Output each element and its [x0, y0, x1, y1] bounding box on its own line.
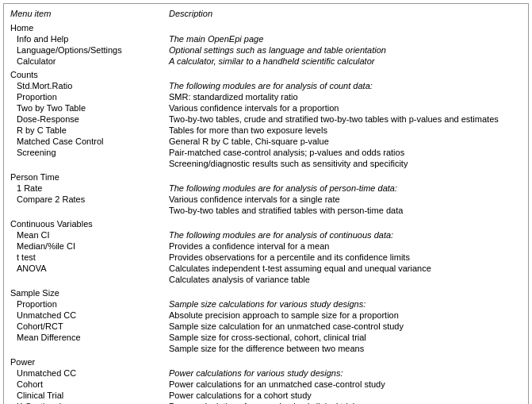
- desc-cell: Tables for more than two exposure levels: [166, 125, 525, 136]
- menu-cell: Matched Case Control: [7, 136, 166, 147]
- menu-cell: Proportion: [7, 91, 166, 102]
- menu-cell: Screening: [7, 147, 166, 158]
- table-row: Matched Case ControlGeneral R by C table…: [7, 136, 525, 147]
- menu-cell: Unmatched CC: [7, 367, 166, 379]
- desc-cell: Sample size for the difference between t…: [166, 343, 525, 354]
- menu-cell: t test: [7, 252, 166, 263]
- table-row: Dose-ResponseTwo-by-two tables, crude an…: [7, 114, 525, 125]
- table-row: Std.Mort.RatioThe following modules are …: [7, 80, 525, 91]
- menu-cell: Compare 2 Rates: [7, 194, 166, 205]
- menu-cell: Two by Two Table: [7, 102, 166, 114]
- menu-cell: [7, 343, 166, 354]
- table-row: Power: [7, 354, 525, 367]
- table-row: t testProvides observations for a percen…: [7, 252, 525, 263]
- table-row: Two by Two TableVarious confidence inter…: [7, 102, 525, 114]
- menu-cell: Cohort/RCT: [7, 321, 166, 332]
- table-row: Sample Size: [7, 285, 525, 298]
- table-row: ProportionSample size calculations for v…: [7, 298, 525, 310]
- menu-cell: [7, 205, 166, 216]
- col-desc-header: Description: [166, 7, 525, 20]
- menu-cell: R by C Table: [7, 125, 166, 136]
- table-row: CalculatorA calculator, similar to a han…: [7, 56, 525, 67]
- table-row: Mean CIThe following modules are for ana…: [7, 229, 525, 240]
- menu-table: Menu item Description HomeInfo and HelpT…: [7, 7, 525, 404]
- desc-cell: Sample size calculations for various stu…: [166, 298, 525, 310]
- desc-cell: Calculates analysis of variance table: [166, 274, 525, 285]
- desc-cell: [166, 354, 525, 367]
- menu-cell: Median/%ile CI: [7, 240, 166, 252]
- desc-cell: Power calculations for various study des…: [166, 367, 525, 379]
- table-row: Cohort/RCTSample size calculation for an…: [7, 321, 525, 332]
- table-row: Compare 2 RatesVarious confidence interv…: [7, 194, 525, 205]
- menu-cell: Cohort: [7, 379, 166, 390]
- table-row: Language/Options/SettingsOptional settin…: [7, 44, 525, 56]
- menu-cell: ANOVA: [7, 263, 166, 274]
- menu-cell: 1 Rate: [7, 183, 166, 194]
- table-row: Continuous Variables: [7, 216, 525, 229]
- menu-cell: Dose-Response: [7, 114, 166, 125]
- desc-cell: Pair-matched case-control analysis; p-va…: [166, 147, 525, 158]
- table-row: Home: [7, 20, 525, 33]
- desc-cell: Sample size for cross-sectional, cohort,…: [166, 332, 525, 343]
- menu-cell: Sample Size: [7, 285, 166, 298]
- desc-cell: The following modules are for analysis o…: [166, 80, 525, 91]
- desc-cell: Provides observations for a percentile a…: [166, 252, 525, 263]
- menu-cell: Mean Difference: [7, 332, 166, 343]
- desc-cell: [166, 169, 525, 183]
- menu-cell: Person Time: [7, 169, 166, 183]
- desc-cell: Absolute precision approach to sample si…: [166, 310, 525, 321]
- menu-cell: Counts: [7, 67, 166, 80]
- desc-cell: [166, 285, 525, 298]
- desc-cell: [166, 67, 525, 80]
- table-row: Info and HelpThe main OpenEpi page: [7, 33, 525, 44]
- table-row: Median/%ile CIProvides a confidence inte…: [7, 240, 525, 252]
- menu-cell: Proportion: [7, 298, 166, 310]
- menu-cell: [7, 158, 166, 169]
- desc-cell: The following modules are for analysis o…: [166, 183, 525, 194]
- desc-cell: Various confidence intervals for a singl…: [166, 194, 525, 205]
- desc-cell: Two-by-two tables and stratified tables …: [166, 205, 525, 216]
- table-row: Mean DifferenceSample size for cross-sec…: [7, 332, 525, 343]
- main-container: Menu item Description HomeInfo and HelpT…: [3, 3, 529, 404]
- table-row: Counts: [7, 67, 525, 80]
- desc-cell: Calculates independent t-test assuming e…: [166, 263, 525, 274]
- menu-cell: Power: [7, 354, 166, 367]
- menu-cell: Home: [7, 20, 166, 33]
- desc-cell: Power calculations for a randomized clin…: [166, 401, 525, 404]
- desc-cell: Screening/diagnostic results such as sen…: [166, 158, 525, 169]
- table-row: Two-by-two tables and stratified tables …: [7, 205, 525, 216]
- desc-cell: Provides a confidence interval for a mea…: [166, 240, 525, 252]
- desc-cell: Various confidence intervals for a propo…: [166, 102, 525, 114]
- desc-cell: The main OpenEpi page: [166, 33, 525, 44]
- desc-cell: SMR: standardized mortality ratio: [166, 91, 525, 102]
- menu-cell: Unmatched CC: [7, 310, 166, 321]
- desc-cell: General R by C table, Chi-square p-value: [166, 136, 525, 147]
- desc-cell: Sample size calculation for an unmatched…: [166, 321, 525, 332]
- table-row: R by C TableTables for more than two exp…: [7, 125, 525, 136]
- menu-cell: Info and Help: [7, 33, 166, 44]
- menu-cell: Continuous Variables: [7, 216, 166, 229]
- menu-cell: Calculator: [7, 56, 166, 67]
- table-row: ANOVACalculates independent t-test assum…: [7, 263, 525, 274]
- desc-cell: Two-by-two tables, crude and stratified …: [166, 114, 525, 125]
- desc-cell: [166, 216, 525, 229]
- table-row: Calculates analysis of variance table: [7, 274, 525, 285]
- desc-cell: A calculator, similar to a handheld scie…: [166, 56, 525, 67]
- menu-cell: Clinical Trial: [7, 390, 166, 401]
- desc-cell: [166, 20, 525, 33]
- col-menu-header: Menu item: [7, 7, 166, 20]
- table-row: 1 RateThe following modules are for anal…: [7, 183, 525, 194]
- desc-cell: The following modules are for analysis o…: [166, 229, 525, 240]
- table-row: Unmatched CCAbsolute precision approach …: [7, 310, 525, 321]
- table-row: ScreeningPair-matched case-control analy…: [7, 147, 525, 158]
- table-row: Screening/diagnostic results such as sen…: [7, 158, 525, 169]
- table-row: Sample size for the difference between t…: [7, 343, 525, 354]
- desc-cell: Optional settings such as language and t…: [166, 44, 525, 56]
- table-row: Clinical TrialPower calculations for a c…: [7, 390, 525, 401]
- menu-cell: X-Sectional: [7, 401, 166, 404]
- menu-cell: [7, 274, 166, 285]
- menu-cell: Language/Options/Settings: [7, 44, 166, 56]
- desc-cell: Power calculations for an unmatched case…: [166, 379, 525, 390]
- table-row: Unmatched CCPower calculations for vario…: [7, 367, 525, 379]
- menu-cell: Mean CI: [7, 229, 166, 240]
